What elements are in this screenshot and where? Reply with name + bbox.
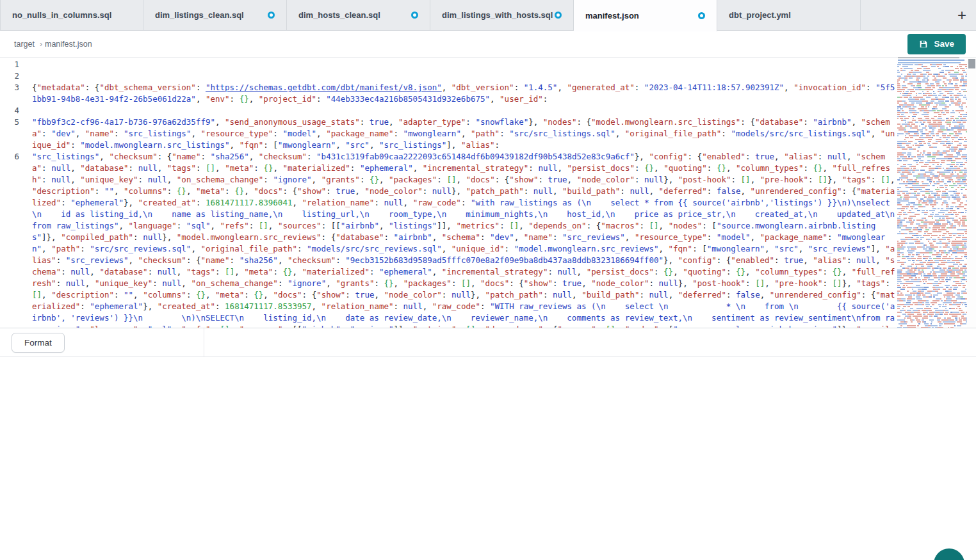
tab-dim-listings-clean[interactable]: dim_listings_clean.sql <box>143 0 287 30</box>
code-line[interactable]: 5"fbb9f3c2-cf96-4a17-b736-976a62d35ff9",… <box>0 116 895 151</box>
tab-label: manifest.json <box>585 11 639 20</box>
tab-dbt-project-yml[interactable]: dbt_project.yml <box>717 0 861 30</box>
tab-manifest-json[interactable]: manifest.json <box>574 0 717 31</box>
line-number: 5 <box>0 116 28 128</box>
line-number: 3 <box>0 82 28 93</box>
code-line[interactable]: 6"src_listings", "checksum": {"name": "s… <box>0 151 895 328</box>
ide-window: no_nulls_in_columns.sql dim_listings_cle… <box>0 0 976 560</box>
action-bar: target › manifest.json Save <box>0 31 976 58</box>
chevron-right-icon: › <box>40 40 42 49</box>
tab-no-nulls-in-columns[interactable]: no_nulls_in_columns.sql <box>0 0 143 30</box>
editor-scrollbar[interactable] <box>967 58 976 328</box>
editor-minimap[interactable] <box>897 58 967 328</box>
code-rows[interactable]: 1 2 3{"metadata": {"dbt_schema_version":… <box>0 59 895 328</box>
line-number: 2 <box>0 70 28 82</box>
code-line[interactable]: 3{"metadata": {"dbt_schema_version": "ht… <box>0 82 895 105</box>
scrollbar-thumb[interactable] <box>968 59 975 68</box>
breadcrumb-file: manifest.json <box>45 40 92 49</box>
code-line[interactable]: 4 <box>0 105 895 116</box>
tab-label: dbt_project.yml <box>729 10 791 20</box>
format-button[interactable]: Format <box>12 333 65 353</box>
tab-dim-listings-with-hosts[interactable]: dim_listings_with_hosts.sql <box>430 0 574 30</box>
tab-label: no_nulls_in_columns.sql <box>12 10 111 20</box>
floppy-disk-icon <box>919 40 928 49</box>
code-line-text[interactable] <box>28 105 895 116</box>
tabbar-spacer <box>861 0 948 30</box>
results-panel <box>0 357 976 560</box>
line-number: 6 <box>0 151 28 163</box>
line-number: 1 <box>0 59 28 70</box>
line-number: 4 <box>0 105 28 116</box>
unsaved-dot-icon[interactable] <box>268 12 275 19</box>
code-line-text[interactable]: {"metadata": {"dbt_schema_version": "htt… <box>28 82 895 105</box>
code-line-text[interactable]: "src_listings", "checksum": {"name": "sh… <box>28 151 895 328</box>
new-tab-button[interactable]: + <box>948 0 976 30</box>
code-line[interactable]: 1 <box>0 59 895 70</box>
minimap-canvas[interactable] <box>897 58 967 328</box>
save-button-label: Save <box>934 39 954 49</box>
help-bubble-button[interactable] <box>934 548 964 560</box>
tab-label: dim_listings_clean.sql <box>155 10 244 20</box>
tab-label: dim_hosts_clean.sql <box>298 10 380 20</box>
code-editor[interactable]: 1 2 3{"metadata": {"dbt_schema_version":… <box>0 58 976 328</box>
plus-icon: + <box>957 6 966 24</box>
tab-bar: no_nulls_in_columns.sql dim_listings_cle… <box>0 0 976 31</box>
unsaved-dot-icon[interactable] <box>555 12 562 19</box>
breadcrumb-folder: target <box>14 40 35 49</box>
unsaved-dot-icon[interactable] <box>698 12 705 19</box>
unsaved-dot-icon[interactable] <box>411 12 418 19</box>
code-line-text[interactable] <box>28 70 895 82</box>
tab-dim-hosts-clean[interactable]: dim_hosts_clean.sql <box>287 0 430 30</box>
save-button[interactable]: Save <box>907 34 966 54</box>
code-line[interactable]: 2 <box>0 70 895 82</box>
bottom-toolbar: Format <box>0 328 976 357</box>
code-line-text[interactable]: "fbb9f3c2-cf96-4a17-b736-976a62d35ff9", … <box>28 116 895 151</box>
tab-label: dim_listings_with_hosts.sql <box>442 10 553 20</box>
toolbar-divider <box>204 328 204 356</box>
code-line-text[interactable] <box>28 59 895 70</box>
